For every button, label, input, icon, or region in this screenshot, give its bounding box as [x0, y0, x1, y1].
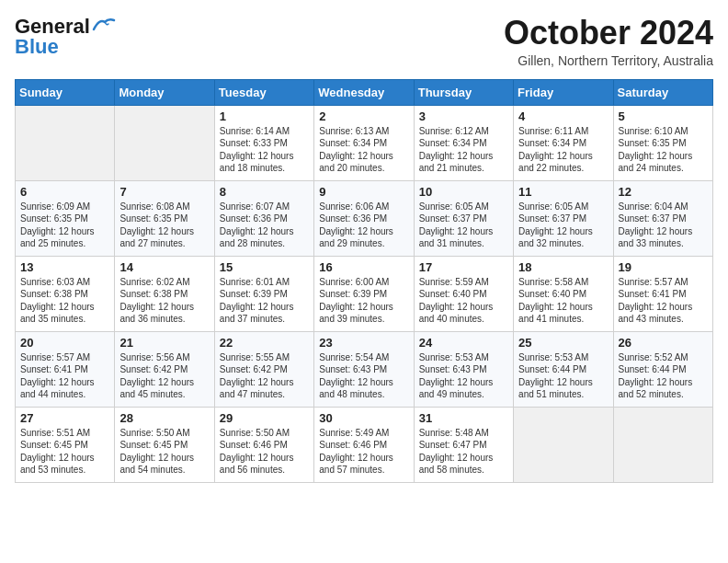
cell-info: Sunrise: 6:10 AM Sunset: 6:35 PM Dayligh… [619, 125, 708, 175]
calendar-cell: 8Sunrise: 6:07 AM Sunset: 6:36 PM Daylig… [214, 180, 313, 256]
calendar-cell: 5Sunrise: 6:10 AM Sunset: 6:35 PM Daylig… [613, 105, 712, 180]
day-number: 10 [419, 185, 508, 199]
cell-info: Sunrise: 6:08 AM Sunset: 6:35 PM Dayligh… [119, 201, 209, 250]
cell-info: Sunrise: 5:59 AM Sunset: 6:40 PM Dayligh… [419, 276, 508, 326]
calendar-cell: 26Sunrise: 5:52 AM Sunset: 6:44 PM Dayli… [613, 331, 712, 407]
day-number: 29 [220, 411, 309, 425]
title-area: October 2024 Gillen, Northern Territory,… [504, 15, 713, 68]
calendar-day-header: Tuesday [214, 79, 313, 105]
cell-info: Sunrise: 6:05 AM Sunset: 6:37 PM Dayligh… [518, 201, 608, 250]
calendar-table: SundayMondayTuesdayWednesdayThursdayFrid… [15, 79, 713, 483]
calendar-cell: 17Sunrise: 5:59 AM Sunset: 6:40 PM Dayli… [414, 256, 513, 331]
calendar-cell: 15Sunrise: 6:01 AM Sunset: 6:39 PM Dayli… [214, 256, 313, 331]
day-number: 28 [119, 411, 209, 425]
day-number: 12 [619, 185, 708, 199]
cell-info: Sunrise: 6:11 AM Sunset: 6:34 PM Dayligh… [518, 125, 608, 175]
cell-info: Sunrise: 6:03 AM Sunset: 6:38 PM Dayligh… [20, 276, 109, 326]
day-number: 14 [119, 260, 209, 274]
cell-info: Sunrise: 5:48 AM Sunset: 6:47 PM Dayligh… [419, 427, 508, 477]
month-title: October 2024 [504, 15, 713, 52]
calendar-cell: 10Sunrise: 6:05 AM Sunset: 6:37 PM Dayli… [414, 180, 513, 256]
cell-info: Sunrise: 5:54 AM Sunset: 6:43 PM Dayligh… [319, 351, 408, 401]
cell-info: Sunrise: 6:09 AM Sunset: 6:35 PM Dayligh… [20, 201, 109, 250]
cell-info: Sunrise: 5:56 AM Sunset: 6:42 PM Dayligh… [119, 351, 209, 401]
calendar-cell [613, 407, 712, 482]
cell-info: Sunrise: 5:51 AM Sunset: 6:45 PM Dayligh… [20, 427, 109, 477]
cell-info: Sunrise: 5:52 AM Sunset: 6:44 PM Dayligh… [619, 351, 708, 401]
calendar-cell: 2Sunrise: 6:13 AM Sunset: 6:34 PM Daylig… [314, 105, 414, 180]
cell-info: Sunrise: 5:50 AM Sunset: 6:46 PM Dayligh… [220, 427, 309, 477]
cell-info: Sunrise: 5:58 AM Sunset: 6:40 PM Dayligh… [518, 276, 608, 326]
calendar-cell: 22Sunrise: 5:55 AM Sunset: 6:42 PM Dayli… [214, 331, 313, 407]
day-number: 15 [220, 260, 309, 274]
day-number: 3 [419, 109, 508, 123]
day-number: 2 [319, 109, 408, 123]
calendar-cell [514, 407, 613, 482]
calendar-cell: 9Sunrise: 6:06 AM Sunset: 6:36 PM Daylig… [314, 180, 414, 256]
day-number: 20 [20, 336, 109, 350]
day-number: 8 [220, 185, 309, 199]
calendar-week-row: 6Sunrise: 6:09 AM Sunset: 6:35 PM Daylig… [16, 180, 713, 256]
day-number: 5 [619, 109, 708, 123]
cell-info: Sunrise: 5:55 AM Sunset: 6:42 PM Dayligh… [220, 351, 309, 401]
day-number: 30 [319, 411, 408, 425]
day-number: 19 [619, 260, 708, 274]
cell-info: Sunrise: 6:04 AM Sunset: 6:37 PM Dayligh… [619, 201, 708, 250]
calendar-day-header: Monday [115, 79, 214, 105]
location-subtitle: Gillen, Northern Territory, Australia [504, 53, 713, 68]
day-number: 11 [518, 185, 608, 199]
cell-info: Sunrise: 6:07 AM Sunset: 6:36 PM Dayligh… [220, 201, 309, 250]
calendar-cell: 31Sunrise: 5:48 AM Sunset: 6:47 PM Dayli… [414, 407, 513, 482]
day-number: 18 [518, 260, 608, 274]
calendar-cell: 23Sunrise: 5:54 AM Sunset: 6:43 PM Dayli… [314, 331, 414, 407]
calendar-day-header: Sunday [16, 79, 115, 105]
day-number: 24 [419, 336, 508, 350]
day-number: 17 [419, 260, 508, 274]
cell-info: Sunrise: 5:50 AM Sunset: 6:45 PM Dayligh… [119, 427, 209, 477]
cell-info: Sunrise: 6:12 AM Sunset: 6:34 PM Dayligh… [419, 125, 508, 175]
cell-info: Sunrise: 5:53 AM Sunset: 6:44 PM Dayligh… [518, 351, 608, 401]
calendar-day-header: Saturday [613, 79, 712, 105]
calendar-cell: 12Sunrise: 6:04 AM Sunset: 6:37 PM Dayli… [613, 180, 712, 256]
calendar-cell: 30Sunrise: 5:49 AM Sunset: 6:46 PM Dayli… [314, 407, 414, 482]
page-header: General Blue October 2024 Gillen, Northe… [15, 15, 713, 68]
calendar-header: SundayMondayTuesdayWednesdayThursdayFrid… [16, 79, 713, 105]
cell-info: Sunrise: 5:57 AM Sunset: 6:41 PM Dayligh… [619, 276, 708, 326]
calendar-cell [16, 105, 115, 180]
calendar-day-header: Friday [514, 79, 613, 105]
logo: General Blue [15, 15, 116, 59]
calendar-cell: 7Sunrise: 6:08 AM Sunset: 6:35 PM Daylig… [115, 180, 214, 256]
calendar-cell: 24Sunrise: 5:53 AM Sunset: 6:43 PM Dayli… [414, 331, 513, 407]
day-number: 21 [119, 336, 209, 350]
calendar-week-row: 13Sunrise: 6:03 AM Sunset: 6:38 PM Dayli… [16, 256, 713, 331]
day-number: 22 [220, 336, 309, 350]
calendar-cell: 13Sunrise: 6:03 AM Sunset: 6:38 PM Dayli… [16, 256, 115, 331]
calendar-day-header: Thursday [414, 79, 513, 105]
cell-info: Sunrise: 6:02 AM Sunset: 6:38 PM Dayligh… [119, 276, 209, 326]
day-number: 26 [619, 336, 708, 350]
calendar-cell [115, 105, 214, 180]
calendar-week-row: 27Sunrise: 5:51 AM Sunset: 6:45 PM Dayli… [16, 407, 713, 482]
calendar-cell: 20Sunrise: 5:57 AM Sunset: 6:41 PM Dayli… [16, 331, 115, 407]
day-number: 31 [419, 411, 508, 425]
calendar-cell: 11Sunrise: 6:05 AM Sunset: 6:37 PM Dayli… [514, 180, 613, 256]
calendar-cell: 18Sunrise: 5:58 AM Sunset: 6:40 PM Dayli… [514, 256, 613, 331]
day-number: 6 [20, 185, 109, 199]
day-number: 4 [518, 109, 608, 123]
day-number: 16 [319, 260, 408, 274]
cell-info: Sunrise: 6:06 AM Sunset: 6:36 PM Dayligh… [319, 201, 408, 250]
calendar-cell: 25Sunrise: 5:53 AM Sunset: 6:44 PM Dayli… [514, 331, 613, 407]
calendar-cell: 19Sunrise: 5:57 AM Sunset: 6:41 PM Dayli… [613, 256, 712, 331]
day-number: 13 [20, 260, 109, 274]
calendar-cell: 6Sunrise: 6:09 AM Sunset: 6:35 PM Daylig… [16, 180, 115, 256]
day-number: 27 [20, 411, 109, 425]
day-number: 7 [119, 185, 209, 199]
calendar-cell: 28Sunrise: 5:50 AM Sunset: 6:45 PM Dayli… [115, 407, 214, 482]
day-number: 25 [518, 336, 608, 350]
day-number: 9 [319, 185, 408, 199]
calendar-week-row: 1Sunrise: 6:14 AM Sunset: 6:33 PM Daylig… [16, 105, 713, 180]
logo-bird-icon [92, 17, 116, 33]
cell-info: Sunrise: 5:57 AM Sunset: 6:41 PM Dayligh… [20, 351, 109, 401]
calendar-cell: 1Sunrise: 6:14 AM Sunset: 6:33 PM Daylig… [214, 105, 313, 180]
cell-info: Sunrise: 6:05 AM Sunset: 6:37 PM Dayligh… [419, 201, 508, 250]
